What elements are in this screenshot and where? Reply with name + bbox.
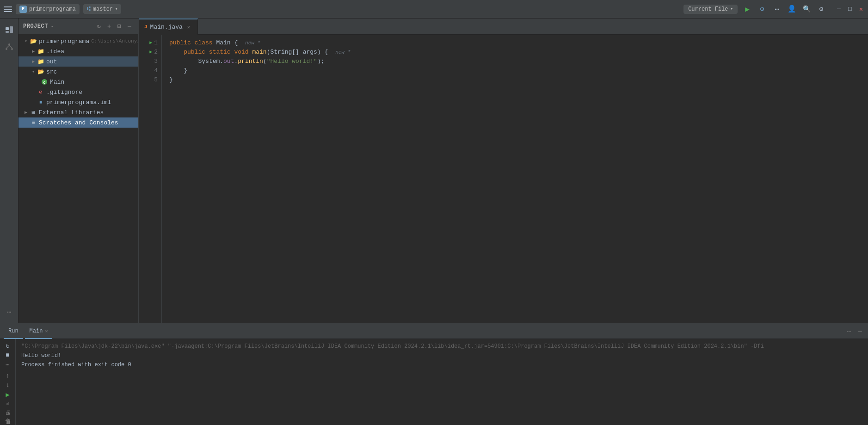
tree-label-out: out bbox=[46, 58, 57, 65]
tree-item-gitignore[interactable]: ⊘ .gitignore bbox=[18, 87, 138, 97]
debug-button[interactable]: ⚙ bbox=[757, 4, 767, 14]
dot-2: . bbox=[234, 57, 238, 66]
code-line-1: public class Main { new * bbox=[169, 38, 861, 48]
panel-more-icon[interactable]: ⋯ bbox=[845, 327, 853, 336]
cls-string: String bbox=[270, 48, 292, 57]
tree-label-src: src bbox=[46, 68, 57, 75]
run-gutter-2[interactable]: ▶ bbox=[149, 48, 152, 57]
tree-label-idea: .idea bbox=[46, 48, 64, 55]
gitignore-icon: ⊘ bbox=[37, 88, 44, 96]
run-icon-button[interactable]: ▶ bbox=[2, 391, 13, 399]
sidebar-new-file-icon[interactable]: + bbox=[105, 22, 113, 31]
print-button[interactable]: 🖨 bbox=[2, 409, 13, 416]
panel-minimize-icon[interactable]: ─ bbox=[856, 327, 864, 336]
output-exit-line: Process finished with exit code 0 bbox=[21, 360, 862, 370]
wrap-button[interactable]: ⏎ bbox=[2, 400, 13, 407]
project-name: primerprograma bbox=[29, 6, 76, 12]
bottom-panel: Run Main ✕ ⋯ ─ ↻ ■ ⋯ ↑ ↓ ▶ ⏎ 🖨 🗑 "C:\Pro… bbox=[0, 323, 868, 425]
search-icon[interactable]: 🔍 bbox=[801, 4, 812, 14]
restore-button[interactable]: □ bbox=[847, 6, 853, 12]
run-button[interactable]: ▶ bbox=[742, 4, 752, 14]
minimize-button[interactable]: ─ bbox=[836, 6, 842, 12]
tab-close-main[interactable]: ✕ bbox=[185, 24, 192, 30]
scroll-up-button[interactable]: ↑ bbox=[2, 372, 13, 380]
kw-public-2: public bbox=[184, 48, 209, 57]
panel-tab-close-main[interactable]: ✕ bbox=[45, 328, 48, 334]
tab-label-main: Main.java bbox=[150, 24, 183, 31]
titlebar: P primerprograma ⑆ master ▾ Current File… bbox=[0, 0, 868, 18]
branch-name: master bbox=[93, 6, 113, 12]
tree-item-external-libs[interactable]: ▶ ⊞ External Libraries bbox=[18, 107, 138, 117]
close-button[interactable]: ✕ bbox=[858, 6, 864, 12]
tree-arrow-out: ▶ bbox=[30, 58, 37, 65]
tree-arrow-main-empty bbox=[37, 78, 41, 86]
run-panel: ↻ ■ ⋯ ↑ ↓ ▶ ⏎ 🖨 🗑 "C:\Program Files\Java… bbox=[0, 339, 868, 425]
activity-more-icon[interactable]: ⋯ bbox=[2, 305, 17, 320]
run-gutter-1[interactable]: ▶ bbox=[149, 38, 152, 48]
menu-icon[interactable] bbox=[4, 5, 12, 13]
folder-open-icon: 📂 bbox=[30, 37, 37, 45]
editor-tab-main[interactable]: J Main.java ✕ bbox=[139, 18, 198, 35]
branch-pill[interactable]: ⑆ master ▾ bbox=[83, 4, 122, 14]
more-button[interactable]: ⋯ bbox=[772, 4, 782, 14]
panel-tabs: Run Main ✕ ⋯ ─ bbox=[0, 324, 868, 339]
project-pill[interactable]: P primerprograma bbox=[16, 4, 80, 14]
current-file-pill[interactable]: Current File ▾ bbox=[683, 5, 738, 14]
current-file-chevron-icon: ▾ bbox=[731, 6, 733, 12]
vcs-icon: ⑆ bbox=[87, 6, 91, 12]
restart-button[interactable]: ↻ bbox=[2, 342, 13, 350]
svg-line-6 bbox=[6, 45, 9, 48]
sidebar-sync-icon[interactable]: ↻ bbox=[95, 22, 103, 31]
sidebar-collapse-icon[interactable]: ⊟ bbox=[115, 22, 123, 31]
tree-arrow-primerprograma: ▾ bbox=[22, 37, 30, 45]
tree-item-iml[interactable]: ■ primerprograma.iml bbox=[18, 97, 138, 107]
tree-arrow-scratches-empty bbox=[22, 119, 30, 126]
activity-project-icon[interactable] bbox=[2, 22, 17, 37]
run-left-toolbar: ↻ ■ ⋯ ↑ ↓ ▶ ⏎ 🖨 🗑 bbox=[0, 339, 16, 425]
tree-item-scratches[interactable]: ≡ Scratches and Consoles bbox=[18, 117, 138, 128]
kw-void: void bbox=[234, 48, 252, 57]
tree-item-idea[interactable]: ▶ 📁 .idea bbox=[18, 46, 138, 56]
line-num-5: 5 bbox=[139, 75, 161, 85]
tree-label-main: Main bbox=[50, 79, 64, 86]
dot-1: . bbox=[220, 57, 223, 66]
bracket-2: [] bbox=[292, 48, 302, 57]
tree-label-scratches: Scratches and Consoles bbox=[39, 119, 118, 126]
iml-icon: ■ bbox=[37, 99, 44, 106]
settings-icon[interactable]: ⚙ bbox=[816, 4, 826, 14]
tree-label-iml: primerprograma.iml bbox=[46, 99, 111, 106]
svg-point-4 bbox=[6, 48, 7, 50]
sidebar-close-icon[interactable]: ─ bbox=[125, 22, 134, 31]
svg-rect-1 bbox=[10, 26, 13, 33]
stop-button[interactable]: ■ bbox=[2, 351, 13, 359]
tree-item-primerprograma[interactable]: ▾ 📂 primerprograma C:\Users\Antony_pc\Do bbox=[18, 36, 138, 46]
badge-new-2: new * bbox=[335, 48, 351, 57]
line-num-1: ▶ 1 bbox=[139, 38, 161, 48]
args-2: args) { bbox=[303, 48, 332, 57]
paren-open-3: ( bbox=[263, 57, 267, 66]
account-icon[interactable]: 👤 bbox=[787, 4, 797, 14]
main-tab-label: Main bbox=[30, 328, 43, 334]
paren-open-2: ( bbox=[267, 48, 271, 57]
line-num-3: 3 bbox=[139, 57, 161, 66]
tree-label-external-libs: External Libraries bbox=[39, 109, 104, 116]
panel-tab-run[interactable]: Run bbox=[4, 324, 23, 339]
activity-bar: ⋯ bbox=[0, 18, 18, 323]
run-more-button[interactable]: ⋯ bbox=[2, 361, 13, 369]
tree-item-src[interactable]: ▾ 📂 src bbox=[18, 67, 138, 77]
svg-text:C: C bbox=[43, 80, 46, 85]
sidebar-header-icons: ↻ + ⊟ ─ bbox=[95, 22, 134, 31]
svg-point-5 bbox=[11, 48, 13, 50]
tree-item-main[interactable]: C Main bbox=[18, 77, 138, 87]
sidebar-header-chevron-icon[interactable]: ▾ bbox=[51, 24, 53, 29]
tree-item-out[interactable]: ▶ 📁 out bbox=[18, 56, 138, 67]
panel-tab-main[interactable]: Main ✕ bbox=[25, 324, 53, 339]
clear-button[interactable]: 🗑 bbox=[2, 418, 13, 425]
output-hello-line: Hello world! bbox=[21, 351, 862, 360]
code-content[interactable]: public class Main { new * public static … bbox=[162, 35, 868, 323]
activity-structure-icon[interactable] bbox=[2, 40, 17, 55]
indent-3 bbox=[169, 57, 198, 66]
scroll-down-button[interactable]: ↓ bbox=[2, 382, 13, 389]
line-num-2: ▶ 2 bbox=[139, 48, 161, 57]
line-numbers: ▶ 1 ▶ 2 3 4 5 bbox=[139, 35, 162, 323]
